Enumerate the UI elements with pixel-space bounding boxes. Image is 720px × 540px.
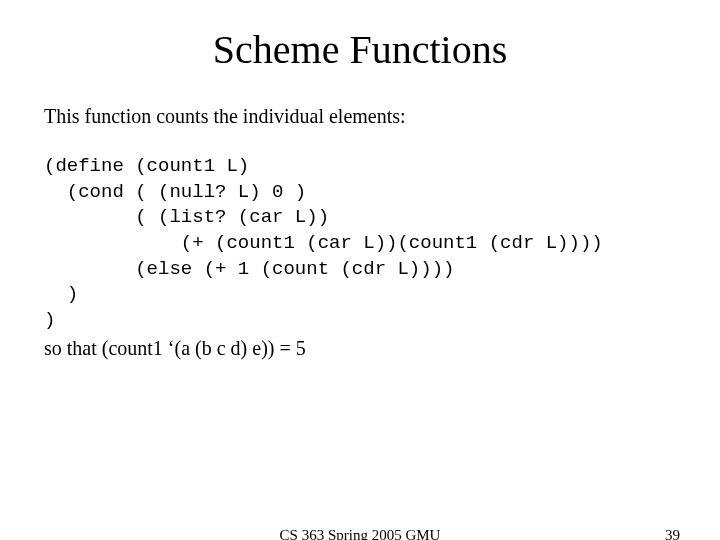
slide-body: This function counts the individual elem… xyxy=(0,105,720,360)
footer-course: CS 363 Spring 2005 GMU xyxy=(0,527,720,540)
slide-title: Scheme Functions xyxy=(0,26,720,73)
intro-text: This function counts the individual elem… xyxy=(44,105,676,128)
slide: Scheme Functions This function counts th… xyxy=(0,26,720,540)
code-block: (define (count1 L) (cond ( (null? L) 0 )… xyxy=(44,154,676,333)
result-text: so that (count1 ‘(a (b c d) e)) = 5 xyxy=(44,337,676,360)
page-number: 39 xyxy=(665,527,680,540)
